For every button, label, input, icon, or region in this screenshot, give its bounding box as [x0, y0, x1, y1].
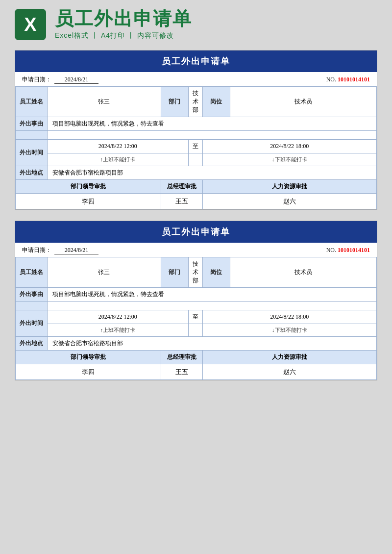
form2-time-from: 2024/8/22 12:00 — [48, 310, 189, 324]
form2-till: 至 — [188, 310, 202, 324]
form2-approval3-label: 人力资源审批 — [202, 351, 376, 364]
form2-no-label: NO. — [326, 247, 336, 253]
form1-note-from: ↑上班不能打卡 — [48, 153, 189, 166]
form1-approver1: 李四 — [16, 194, 161, 209]
form2-time-label: 外出时间 — [16, 310, 48, 337]
form1-date-area: 申请日期： 2024/8/21 — [22, 76, 98, 84]
form1-location-label: 外出地点 — [16, 166, 48, 180]
form1-time-note-row: ↑上班不能打卡 ↓下班不能打卡 — [16, 153, 377, 166]
form1-no-label: NO. — [326, 76, 336, 83]
form1-approval1-label: 部门领导审批 — [16, 180, 161, 194]
form2-time-row: 外出时间 2024/8/22 12:00 至 2024/8/22 18:00 — [16, 310, 377, 324]
form1-time-label: 外出时间 — [16, 140, 48, 166]
form1-emp-name-label: 员工姓名 — [16, 87, 48, 117]
form-card-1: 员工外出申请单 申请日期： 2024/8/21 NO. 10101014101 … — [15, 50, 377, 210]
form1-approver-row: 李四 王五 赵六 — [16, 194, 377, 209]
form1-approval2-label: 总经理审批 — [161, 180, 202, 194]
form2-note-to: ↓下班不能打卡 — [202, 324, 376, 337]
form1-table: 员工姓名 张三 部门 技术部 岗位 技术员 外出事由 项目部电脑出现死机，情况紧… — [15, 86, 377, 209]
form2-note-from: ↑上班不能打卡 — [48, 324, 189, 337]
form1-reason-empty-row — [16, 131, 377, 140]
form2-approval2-label: 总经理审批 — [161, 351, 202, 364]
form2-approval1-label: 部门领导审批 — [16, 351, 161, 364]
form1-location-value: 安徽省合肥市宿松路项目部 — [48, 166, 377, 180]
form2-emp-name-value: 张三 — [48, 257, 161, 288]
form1-approver2: 王五 — [161, 194, 202, 209]
form2-reason-value: 项目部电脑出现死机，情况紧急，特去查看 — [48, 288, 377, 302]
form2-reason-label: 外出事由 — [16, 288, 48, 302]
form2-dept-label: 部门 — [161, 257, 188, 288]
form1-approver3: 赵六 — [202, 194, 376, 209]
form2-time-note-row: ↑上班不能打卡 ↓下班不能打卡 — [16, 324, 377, 337]
form1-position-value: 技术员 — [230, 87, 376, 117]
form2-approver3: 赵六 — [202, 364, 376, 380]
form2-approver2: 王五 — [161, 364, 202, 380]
form2-title: 员工外出申请单 — [15, 221, 377, 243]
form1-dept-label: 部门 — [161, 87, 188, 117]
form1-emp-name-value: 张三 — [48, 87, 161, 117]
form1-reason-value: 项目部电脑出现死机，情况紧急，特去查看 — [48, 117, 377, 131]
form1-no-value: 10101014101 — [338, 76, 370, 83]
form2-no-value: 10101014101 — [338, 247, 370, 253]
main-title: 员工外出申请单 — [55, 9, 192, 29]
form2-location-row: 外出地点 安徽省合肥市宿松路项目部 — [16, 337, 377, 351]
form1-note-to: ↓下班不能打卡 — [202, 153, 376, 166]
form1-reason-row: 外出事由 项目部电脑出现死机，情况紧急，特去查看 — [16, 117, 377, 131]
form1-date-value: 2024/8/21 — [54, 76, 98, 84]
form1-position-label: 岗位 — [202, 87, 230, 117]
form2-emp-name-label: 员工姓名 — [16, 257, 48, 288]
header-text: 员工外出申请单 Excel格式 丨 A4打印 丨 内容可修改 — [55, 9, 192, 40]
form2-approver-row: 李四 王五 赵六 — [16, 364, 377, 380]
svg-text:X: X — [24, 14, 37, 35]
form-card-2: 员工外出申请单 申请日期： 2024/8/21 NO. 10101014101 … — [15, 221, 377, 380]
form1-dept-value: 技术部 — [188, 87, 202, 117]
form1-time-from: 2024/8/22 12:00 — [48, 140, 189, 153]
excel-logo-icon: X — [15, 9, 46, 40]
form1-no-area: NO. 10101014101 — [326, 76, 370, 83]
form2-dept-value: 技术部 — [188, 257, 202, 288]
form2-approval-header-row: 部门领导审批 总经理审批 人力资源审批 — [16, 351, 377, 364]
form2-reason-row: 外出事由 项目部电脑出现死机，情况紧急，特去查看 — [16, 288, 377, 302]
form1-time-row: 外出时间 2024/8/22 12:00 至 2024/8/22 18:00 — [16, 140, 377, 153]
form2-date-area: 申请日期： 2024/8/21 — [22, 246, 98, 254]
form1-time-to: 2024/8/22 18:00 — [202, 140, 376, 153]
form2-approver1: 李四 — [16, 364, 161, 380]
form1-till: 至 — [188, 140, 202, 153]
form1-reason-label: 外出事由 — [16, 117, 48, 131]
form1-employee-row: 员工姓名 张三 部门 技术部 岗位 技术员 — [16, 87, 377, 117]
form2-location-value: 安徽省合肥市宿松路项目部 — [48, 337, 377, 351]
form2-table: 员工姓名 张三 部门 技术部 岗位 技术员 外出事由 项目部电脑出现死机，情况紧… — [15, 257, 377, 380]
form2-meta: 申请日期： 2024/8/21 NO. 10101014101 — [15, 243, 377, 257]
form2-reason-empty-row — [16, 302, 377, 310]
form2-location-label: 外出地点 — [16, 337, 48, 351]
form2-employee-row: 员工姓名 张三 部门 技术部 岗位 技术员 — [16, 257, 377, 288]
form1-meta: 申请日期： 2024/8/21 NO. 10101014101 — [15, 72, 377, 86]
forms-container: 员工外出申请单 申请日期： 2024/8/21 NO. 10101014101 … — [0, 45, 392, 390]
form1-approval3-label: 人力资源审批 — [202, 180, 376, 194]
form2-no-area: NO. 10101014101 — [326, 247, 370, 254]
page-header: X 员工外出申请单 Excel格式 丨 A4打印 丨 内容可修改 — [0, 0, 392, 45]
form1-title: 员工外出申请单 — [15, 50, 377, 72]
form2-date-label: 申请日期： — [22, 246, 51, 254]
sub-title: Excel格式 丨 A4打印 丨 内容可修改 — [55, 31, 192, 40]
form1-location-row: 外出地点 安徽省合肥市宿松路项目部 — [16, 166, 377, 180]
form2-position-value: 技术员 — [230, 257, 376, 288]
form1-date-label: 申请日期： — [22, 76, 51, 84]
form1-approval-header-row: 部门领导审批 总经理审批 人力资源审批 — [16, 180, 377, 194]
form2-date-value: 2024/8/21 — [54, 247, 98, 254]
form2-position-label: 岗位 — [202, 257, 230, 288]
form2-time-to: 2024/8/22 18:00 — [202, 310, 376, 324]
